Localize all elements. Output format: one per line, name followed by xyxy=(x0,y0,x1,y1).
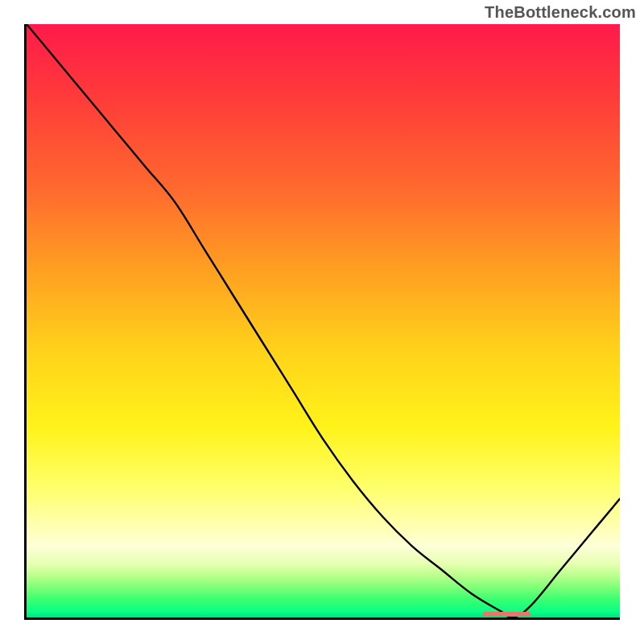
chart-minimum-marker xyxy=(483,612,530,617)
chart-axes xyxy=(24,24,620,620)
watermark-text: TheBottleneck.com xyxy=(485,3,636,22)
